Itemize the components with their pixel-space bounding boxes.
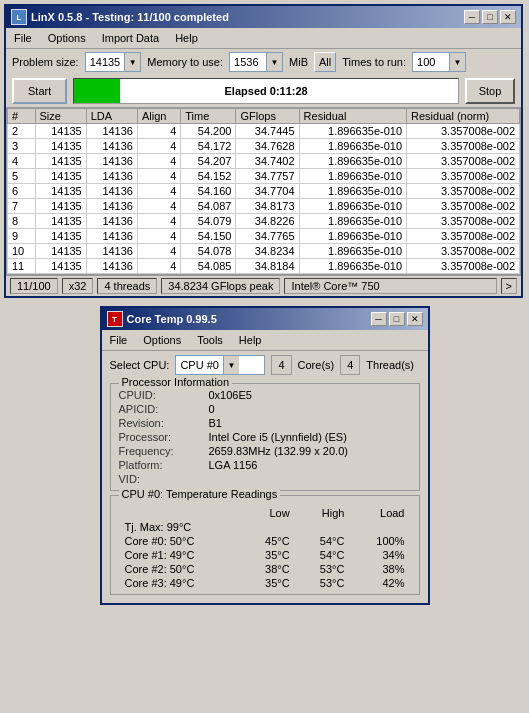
coretemp-close-btn[interactable]: ✕ bbox=[407, 312, 423, 326]
table-cell: 14135 bbox=[35, 139, 86, 154]
col-header-lda: LDA bbox=[86, 109, 137, 124]
status-cpu: Intel® Core™ 750 bbox=[284, 278, 496, 294]
thread-count-num: 4 bbox=[347, 359, 353, 371]
status-threads-x32: x32 bbox=[62, 278, 94, 294]
temp-col-core bbox=[119, 506, 241, 520]
linx-menu-options[interactable]: Options bbox=[44, 30, 90, 46]
memory-arrow-icon[interactable]: ▼ bbox=[266, 53, 282, 71]
table-cell: 54.085 bbox=[181, 259, 236, 274]
cpu-select-dropdown[interactable]: CPU #0 ▼ bbox=[175, 355, 265, 375]
table-cell: 14135 bbox=[35, 154, 86, 169]
table-cell: 14136 bbox=[86, 139, 137, 154]
coretemp-menu-help[interactable]: Help bbox=[235, 332, 266, 348]
times-arrow-icon[interactable]: ▼ bbox=[449, 53, 465, 71]
table-cell: 34.7402 bbox=[236, 154, 299, 169]
memory-value: 1536 bbox=[230, 56, 266, 68]
linx-menu-bar: File Options Import Data Help bbox=[6, 28, 521, 49]
table-cell: 54.160 bbox=[181, 184, 236, 199]
linx-menu-help[interactable]: Help bbox=[171, 30, 202, 46]
memory-dropdown[interactable]: 1536 ▼ bbox=[229, 52, 283, 72]
table-cell: 54.207 bbox=[181, 154, 236, 169]
temp-table-row: Core #1: 49°C35°C54°C34% bbox=[119, 548, 411, 562]
frequency-label: Frequency: bbox=[119, 445, 209, 457]
temp-low: 45°C bbox=[241, 534, 296, 548]
linx-menu-file[interactable]: File bbox=[10, 30, 36, 46]
table-row: 101413514136454.07834.82341.896635e-0103… bbox=[8, 244, 520, 259]
coretemp-minimize-btn[interactable]: ─ bbox=[371, 312, 387, 326]
cpuid-row: CPUID: 0x106E5 bbox=[119, 388, 411, 402]
temp-core-label: Core #3: 49°C bbox=[119, 576, 241, 590]
temp-table-row: Core #3: 49°C35°C53°C42% bbox=[119, 576, 411, 590]
table-cell: 14135 bbox=[35, 124, 86, 139]
table-cell: 54.172 bbox=[181, 139, 236, 154]
coretemp-menu-tools[interactable]: Tools bbox=[193, 332, 227, 348]
col-header-residual: Residual bbox=[299, 109, 406, 124]
table-cell: 3.357008e-002 bbox=[407, 154, 520, 169]
frequency-value: 2659.83MHz (132.99 x 20.0) bbox=[209, 445, 348, 457]
linx-maximize-btn[interactable]: □ bbox=[482, 10, 498, 24]
linx-close-btn[interactable]: ✕ bbox=[500, 10, 516, 24]
revision-value: B1 bbox=[209, 417, 222, 429]
table-cell: 34.8184 bbox=[236, 259, 299, 274]
table-cell: 3.357008e-002 bbox=[407, 229, 520, 244]
processor-row: Processor: Intel Core i5 (Lynnfield) (ES… bbox=[119, 430, 411, 444]
table-cell: 34.8234 bbox=[236, 244, 299, 259]
vid-label: VID: bbox=[119, 473, 209, 485]
table-cell: 14136 bbox=[86, 229, 137, 244]
temp-load: 34% bbox=[350, 548, 410, 562]
temp-load: 38% bbox=[350, 562, 410, 576]
problem-size-dropdown[interactable]: 14135 ▼ bbox=[85, 52, 142, 72]
table-cell: 14135 bbox=[35, 229, 86, 244]
col-header-align: Align bbox=[137, 109, 180, 124]
coretemp-title-bar: T Core Temp 0.99.5 ─ □ ✕ bbox=[102, 308, 428, 330]
cpu-select-value: CPU #0 bbox=[176, 359, 223, 371]
platform-value: LGA 1156 bbox=[209, 459, 258, 471]
results-table: # Size LDA Align Time GFlops Residual Re… bbox=[7, 108, 520, 274]
temp-core-label: Core #1: 49°C bbox=[119, 548, 241, 562]
col-header-residual-norm: Residual (norm) bbox=[407, 109, 520, 124]
temp-col-high: High bbox=[296, 506, 351, 520]
processor-info-group: Processor Information CPUID: 0x106E5 API… bbox=[110, 383, 420, 491]
table-cell: 34.7704 bbox=[236, 184, 299, 199]
table-cell: 34.7765 bbox=[236, 229, 299, 244]
table-cell: 14135 bbox=[35, 244, 86, 259]
apicid-label: APICID: bbox=[119, 403, 209, 415]
problem-size-arrow-icon[interactable]: ▼ bbox=[124, 53, 140, 71]
col-header-num: # bbox=[8, 109, 36, 124]
linx-minimize-btn[interactable]: ─ bbox=[464, 10, 480, 24]
table-row: 51413514136454.15234.77571.896635e-0103.… bbox=[8, 169, 520, 184]
thread-label: Thread(s) bbox=[366, 359, 414, 371]
status-arrow-icon[interactable]: > bbox=[501, 278, 517, 294]
all-button[interactable]: All bbox=[314, 52, 336, 72]
temp-low bbox=[241, 520, 296, 534]
table-cell: 14136 bbox=[86, 259, 137, 274]
cpu-select-arrow-icon[interactable]: ▼ bbox=[223, 356, 239, 374]
memory-label: Memory to use: bbox=[147, 56, 223, 68]
coretemp-menu-options[interactable]: Options bbox=[139, 332, 185, 348]
col-header-time: Time bbox=[181, 109, 236, 124]
table-cell: 54.078 bbox=[181, 244, 236, 259]
start-button[interactable]: Start bbox=[12, 78, 67, 104]
table-cell: 4 bbox=[137, 139, 180, 154]
times-dropdown[interactable]: 100 ▼ bbox=[412, 52, 466, 72]
table-cell: 11 bbox=[8, 259, 36, 274]
linx-title-controls: ─ □ ✕ bbox=[464, 10, 516, 24]
table-row: 111413514136454.08534.81841.896635e-0103… bbox=[8, 259, 520, 274]
coretemp-menu-file[interactable]: File bbox=[106, 332, 132, 348]
status-progress: 11/100 bbox=[10, 278, 58, 294]
stop-button[interactable]: Stop bbox=[465, 78, 515, 104]
linx-title-text: LinX 0.5.8 - Testing: 11/100 completed bbox=[31, 11, 229, 23]
col-header-size: Size bbox=[35, 109, 86, 124]
table-cell: 34.8226 bbox=[236, 214, 299, 229]
linx-menu-import[interactable]: Import Data bbox=[98, 30, 163, 46]
temp-high bbox=[296, 520, 351, 534]
table-cell: 4 bbox=[137, 244, 180, 259]
table-cell: 3.357008e-002 bbox=[407, 199, 520, 214]
apicid-row: APICID: 0 bbox=[119, 402, 411, 416]
temp-high: 54°C bbox=[296, 534, 351, 548]
coretemp-maximize-btn[interactable]: □ bbox=[389, 312, 405, 326]
table-row: 91413514136454.15034.77651.896635e-0103.… bbox=[8, 229, 520, 244]
data-table-container[interactable]: # Size LDA Align Time GFlops Residual Re… bbox=[6, 107, 521, 275]
temp-low: 38°C bbox=[241, 562, 296, 576]
table-cell: 6 bbox=[8, 184, 36, 199]
